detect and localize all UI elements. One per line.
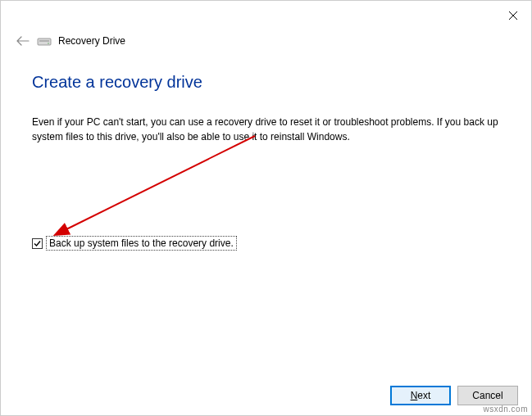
drive-icon bbox=[37, 35, 52, 47]
svg-line-6 bbox=[65, 136, 255, 230]
checkmark-icon bbox=[33, 239, 42, 248]
cancel-button[interactable]: Cancel bbox=[457, 386, 518, 405]
next-button[interactable]: Next bbox=[390, 386, 451, 405]
wizard-buttons: Next Cancel bbox=[390, 386, 518, 405]
next-button-label-rest: ext bbox=[417, 390, 430, 401]
svg-rect-3 bbox=[39, 40, 49, 42]
backup-checkbox-label[interactable]: Back up system files to the recovery dri… bbox=[46, 236, 237, 251]
annotation-arrow bbox=[50, 132, 263, 246]
close-button[interactable] bbox=[503, 6, 523, 25]
backup-checkbox-row[interactable]: Back up system files to the recovery dri… bbox=[32, 236, 237, 251]
back-arrow-icon bbox=[16, 36, 30, 46]
watermark-text: wsxdn.com bbox=[483, 405, 528, 414]
close-icon bbox=[508, 11, 518, 20]
wizard-header: Recovery Drive bbox=[16, 34, 125, 48]
back-button[interactable] bbox=[16, 34, 30, 48]
wizard-content: Create a recovery drive Even if your PC … bbox=[32, 73, 500, 144]
page-description: Even if your PC can't start, you can use… bbox=[32, 115, 500, 144]
recovery-drive-wizard-window: Recovery Drive Create a recovery drive E… bbox=[0, 0, 532, 416]
svg-point-4 bbox=[48, 43, 49, 44]
page-title: Create a recovery drive bbox=[32, 73, 500, 92]
window-title: Recovery Drive bbox=[58, 35, 125, 47]
backup-checkbox[interactable] bbox=[32, 238, 43, 249]
